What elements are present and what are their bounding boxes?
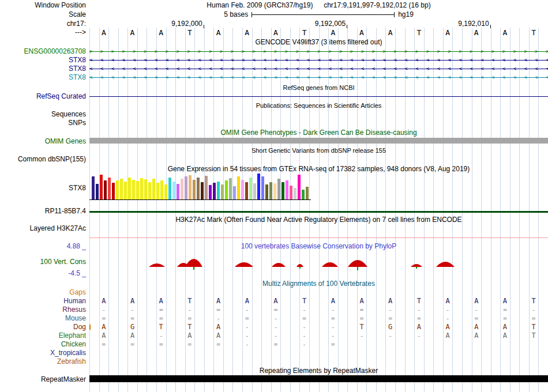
sequences-track-row[interactable]: Sequences <box>0 110 548 118</box>
transcript-line[interactable]: < < < < < < < < < < < < < < < < < < < < … <box>89 65 548 73</box>
gtex-tissue-bar[interactable] <box>100 175 103 199</box>
multiz-gaps-label[interactable]: Gaps <box>0 288 89 296</box>
gtex-tissue-bar[interactable] <box>140 178 143 199</box>
gtex-tissue-bar[interactable] <box>112 183 115 199</box>
gtex-tissue-bar[interactable] <box>294 188 296 199</box>
sequence-row[interactable]: ---> AAATAAATAAATAAAT <box>0 28 548 37</box>
gtex-tissue-bar[interactable] <box>136 181 139 199</box>
gtex-tissue-bar[interactable] <box>104 180 107 199</box>
gtex-tissue-bar[interactable] <box>193 180 196 199</box>
omim-track-title[interactable]: OMIM Gene Phenotypes - Dark Green Can Be… <box>89 129 548 137</box>
gene-label[interactable]: STX8 <box>0 56 89 64</box>
gtex-tissue-bar[interactable] <box>181 179 183 199</box>
gtex-tissue-bar[interactable] <box>197 178 200 199</box>
repeat-element-bar[interactable] <box>89 375 548 382</box>
gtex-tissue-bar[interactable] <box>233 186 236 199</box>
gtex-tissue-bar[interactable] <box>164 184 167 199</box>
h3k27ac-track-title[interactable]: H3K27Ac Mark (Often Found Near Active Re… <box>89 216 548 224</box>
publications-track-title[interactable]: Publications: Sequences in Scientific Ar… <box>89 101 548 109</box>
alignment-row-mouse[interactable]: Mouse ====-=-=====-=== <box>0 314 548 323</box>
species-label[interactable]: Mouse <box>0 314 89 323</box>
coordinate-ruler[interactable]: 9,192,0009,192,0059,192,010 <box>89 20 548 28</box>
gtex-tissue-bar[interactable] <box>253 183 256 199</box>
conservation-wiggle[interactable] <box>89 250 548 276</box>
transcript-row[interactable]: STX8 < < < < < < < < < < < < < < < < < <… <box>0 56 548 64</box>
multiz-track-title[interactable]: Multiz Alignments of 100 Vertebrates <box>89 280 548 288</box>
gene-label[interactable]: ENSG00000263708 <box>0 47 89 55</box>
gtex-tissue-bar[interactable] <box>245 182 248 199</box>
transcript-line[interactable]: < < < < < < < < < < < < < < < < < < < < … <box>89 73 548 81</box>
alignment-bases[interactable] <box>89 357 548 366</box>
gtex-tissue-bar[interactable] <box>116 180 119 199</box>
gtex-tissue-bar[interactable] <box>286 180 288 199</box>
transcript-line[interactable]: > > > > > > > > > > > > > > > > > > > > … <box>89 47 548 55</box>
snps-track-row[interactable]: SNPs <box>0 119 548 127</box>
gtex-tissue-bar[interactable] <box>120 179 123 199</box>
transcript-row[interactable]: STX8 < < < < < < < < < < < < < < < < < <… <box>0 65 548 73</box>
alignment-bases[interactable]: ====-=-=====-=== <box>89 314 548 323</box>
gtex-tissue-bar[interactable] <box>241 180 244 199</box>
gtex-tissue-bar[interactable] <box>290 186 292 199</box>
gtex-tissue-bar[interactable] <box>185 176 187 199</box>
alignment-row-xtropicalis[interactable]: X_tropicalis <box>0 349 548 357</box>
lncrna-row[interactable]: RP11-85B7.4 <box>0 206 548 216</box>
dbsnp-track-title[interactable]: Short Genetic Variants from dbSNP releas… <box>89 146 548 154</box>
gtex-tissue-bar[interactable] <box>269 182 272 199</box>
lncrna-gene-line[interactable] <box>89 211 548 213</box>
snps-track-label[interactable]: SNPs <box>0 119 89 127</box>
gtex-tissue-bar[interactable] <box>160 180 163 199</box>
transcript-row[interactable]: STX8 < < < < < < < < < < < < < < < < < <… <box>0 73 548 81</box>
gtex-tissue-bar[interactable] <box>96 184 99 199</box>
species-label[interactable]: Chicken <box>0 340 89 349</box>
dna-sequence-track[interactable]: AAATAAATAAATAAAT <box>89 28 548 37</box>
alignment-row-elephant[interactable]: Elephant AA-AA-------AAAT <box>0 331 548 340</box>
omim-gene-bar[interactable] <box>89 138 548 144</box>
refseq-transcript-line[interactable] <box>89 96 548 97</box>
coordinate-row[interactable]: chr17: 9,192,0009,192,0059,192,010 <box>0 20 548 28</box>
gtex-tissue-bar[interactable] <box>205 176 208 199</box>
species-label[interactable]: Zebrafish <box>0 357 89 366</box>
alignment-bases[interactable] <box>89 349 548 357</box>
gtex-tissue-bar[interactable] <box>108 178 111 199</box>
alignment-bases[interactable]: --=-=-=--=----=- <box>89 306 548 314</box>
gtex-tissue-bar[interactable] <box>168 178 171 199</box>
gtex-chart-row[interactable]: STX8 <box>0 173 548 200</box>
gtex-tissue-bar[interactable] <box>237 176 240 199</box>
refseq-curated-label[interactable]: RefSeq Curated <box>0 92 89 100</box>
transcript-row[interactable]: ENSG00000263708 > > > > > > > > > > > > … <box>0 47 548 55</box>
alignment-row-dog[interactable]: Dog AGTTA----TGAAAAT <box>0 323 548 331</box>
gtex-tissue-bar[interactable] <box>132 180 135 199</box>
gtex-tissue-bar[interactable] <box>261 176 264 199</box>
alignment-row-human[interactable]: Human AAATAAATAAATAAAT <box>0 297 548 306</box>
gtex-tissue-bar[interactable] <box>177 184 179 199</box>
transcript-line[interactable]: < < < < < < < < < < < < < < < < < < < < … <box>89 56 548 64</box>
gtex-tissue-bar[interactable] <box>213 183 216 199</box>
species-label[interactable]: Human <box>0 297 89 306</box>
species-label[interactable]: Rhesus <box>0 306 89 314</box>
gtex-tissue-bar[interactable] <box>189 175 192 199</box>
gene-label[interactable]: STX8 <box>0 73 89 81</box>
alignment-bases[interactable]: AGTTA----TGAAAAT <box>89 323 548 331</box>
dbsnp-track-row[interactable]: Common dbSNP(155) <box>0 155 548 163</box>
sequences-track-label[interactable]: Sequences <box>0 110 89 118</box>
gtex-tissue-bar[interactable] <box>209 185 212 199</box>
alignment-bases[interactable]: =====-=-= <box>89 340 548 349</box>
h3k27ac-track-label[interactable]: Layered H3K27Ac <box>0 224 89 232</box>
gtex-tissue-bar[interactable] <box>221 184 224 199</box>
gtex-tissue-bar[interactable] <box>257 174 260 199</box>
h3k27ac-track-row[interactable]: Layered H3K27Ac <box>0 224 548 232</box>
gtex-tissue-bar[interactable] <box>281 182 284 199</box>
gencode-track-title[interactable]: GENCODE V49lift37 (3 items filtered out) <box>89 38 548 46</box>
repeatmasker-track-title[interactable]: Repeating Elements by RepeatMasker <box>89 367 548 375</box>
gtex-tissue-bar[interactable] <box>124 182 127 199</box>
gtex-tissue-bar[interactable] <box>217 182 220 199</box>
gtex-track-title[interactable]: Gene Expression in 54 tissues from GTEx … <box>89 165 548 173</box>
gtex-tissue-bar[interactable] <box>277 179 280 199</box>
gtex-tissue-bar[interactable] <box>128 178 131 199</box>
gtex-tissue-bar[interactable] <box>306 187 309 199</box>
phylop-track-title[interactable]: 100 vertebrates Basewise Conservation by… <box>89 242 548 250</box>
gtex-tissue-bar[interactable] <box>148 182 151 199</box>
gtex-tissue-bar[interactable] <box>225 180 228 199</box>
gtex-tissue-bar[interactable] <box>273 183 276 199</box>
gtex-tissue-bar[interactable] <box>156 183 159 199</box>
